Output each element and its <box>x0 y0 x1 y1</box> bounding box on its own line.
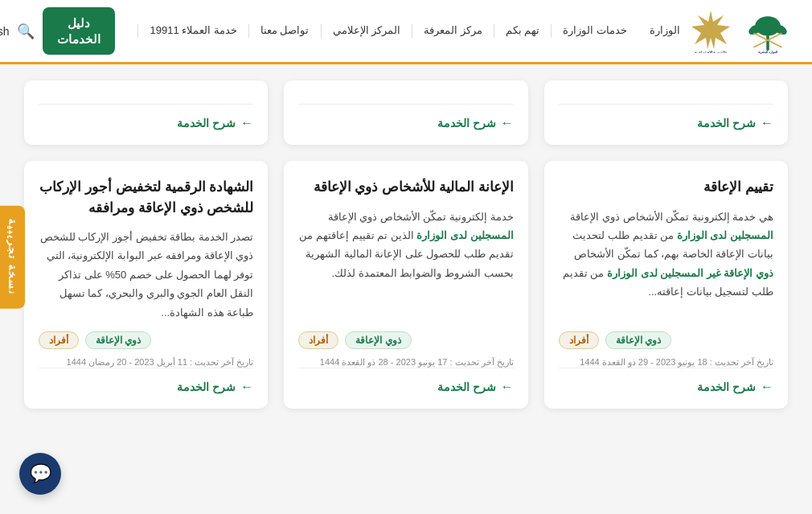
card-3-date: تاريخ آخر تحديث : 11 أبريل 2023 - 20 رمض… <box>39 357 253 368</box>
partial-card-3: ← شرح الخدمة <box>24 80 268 145</box>
search-icon[interactable]: 🔍 <box>17 23 35 40</box>
ministry-logo-area: الموارد البشرية والتنمية الاجتماعية <box>691 7 796 56</box>
nav-knowledge-center[interactable]: مركز المعرفة <box>412 24 494 38</box>
svg-text:والتنمية الاجتماعية: والتنمية الاجتماعية <box>695 51 728 53</box>
tag-individual-3: أفراد <box>39 331 79 349</box>
header: الموارد البشرية والتنمية الاجتماعية خدمة… <box>0 0 812 64</box>
arrow-icon: ← <box>240 116 253 130</box>
saudi-emblem-star-icon: والتنمية الاجتماعية <box>691 9 730 53</box>
tag-disability-2: ذوي الإعاقة <box>345 331 411 349</box>
nav-contact-us[interactable]: تواصل معنا <box>248 24 321 38</box>
nav-ministry-services[interactable]: خدمات الوزارة <box>551 24 638 38</box>
main-nav: خدمة العملاء 19911 تواصل معنا المركز الإ… <box>137 24 691 38</box>
partial-card-3-link[interactable]: ← شرح الخدمة <box>39 104 253 130</box>
arrow-icon: ← <box>501 380 514 394</box>
ministry-emblem-icon: الموارد البشرية <box>740 7 796 56</box>
card-3-tags: ذوي الإعاقة أفراد <box>39 331 253 349</box>
partial-card-1-link[interactable]: ← شرح الخدمة <box>559 104 773 130</box>
service-card-3: الشهادة الرقمية لتخفيض أجور الإركاب للشخ… <box>24 161 268 409</box>
partial-card-2: ← شرح الخدمة <box>284 80 527 145</box>
card-3-title: الشهادة الرقمية لتخفيض أجور الإركاب للشخ… <box>39 177 253 218</box>
tag-individual-2: أفراد <box>298 331 338 349</box>
main-content: ← شرح الخدمة ← شرح الخدمة ← شرح الخدمة ت… <box>0 64 812 441</box>
card-2-link[interactable]: ← شرح الخدمة <box>298 368 513 394</box>
tag-individual-1: أفراد <box>559 331 599 349</box>
card-1-link[interactable]: ← شرح الخدمة <box>559 368 773 394</box>
language-toggle-button[interactable]: English 🌐 <box>0 23 9 39</box>
test-version-ribbon: نسخة تجريبية <box>0 205 25 309</box>
nav-customer-service[interactable]: خدمة العملاء 19911 <box>137 24 248 38</box>
tag-disability-3: ذوي الإعاقة <box>85 331 151 349</box>
service-card-2: الإعانة المالية للأشخاص ذوي الإعاقة خدمة… <box>284 161 527 409</box>
nav-media-center[interactable]: المركز الإعلامي <box>321 24 412 38</box>
service-card-1: تقييم الإعاقة هي خدمة إلكترونية تمكّن ال… <box>544 161 788 409</box>
daleel-button[interactable]: دليل الخدمات <box>43 7 115 55</box>
nav-important[interactable]: تهم بكم <box>494 24 552 38</box>
tag-disability-1: ذوي الإعاقة <box>605 331 671 349</box>
card-1-title: تقييم الإعاقة <box>559 177 773 198</box>
card-2-date: تاريخ آخر تحديث : 17 يونيو 2023 - 28 ذو … <box>298 357 513 368</box>
nav-ministry[interactable]: الوزارة <box>638 24 691 38</box>
partial-card-1: ← شرح الخدمة <box>544 80 788 145</box>
partial-card-2-link[interactable]: ← شرح الخدمة <box>298 104 513 130</box>
arrow-icon: ← <box>761 116 773 130</box>
card-1-description: هي خدمة إلكترونية تمكّن الأشخاص ذوي الإع… <box>559 208 773 322</box>
card-2-description: خدمة إلكترونية تمكّن الأشخاص ذوي الإعاقة… <box>298 208 513 322</box>
arrow-icon: ← <box>761 380 773 394</box>
card-3-description: تصدر الخدمة بطاقة تخفيض أجور الإركاب للش… <box>39 228 253 322</box>
arrow-icon: ← <box>501 116 514 130</box>
svg-marker-7 <box>691 10 730 49</box>
svg-text:الموارد البشرية: الموارد البشرية <box>758 49 777 53</box>
card-3-link[interactable]: ← شرح الخدمة <box>39 368 253 394</box>
card-2-tags: ذوي الإعاقة أفراد <box>298 331 513 349</box>
arrow-icon: ← <box>240 380 253 394</box>
card-2-title: الإعانة المالية للأشخاص ذوي الإعاقة <box>298 177 513 198</box>
card-1-date: تاريخ آخر تحديث : 18 يونيو 2023 - 29 ذو … <box>559 357 773 368</box>
service-cards-row: تقييم الإعاقة هي خدمة إلكترونية تمكّن ال… <box>24 161 788 409</box>
card-1-tags: ذوي الإعاقة أفراد <box>559 331 773 349</box>
partial-cards-row: ← شرح الخدمة ← شرح الخدمة ← شرح الخدمة <box>24 80 788 145</box>
